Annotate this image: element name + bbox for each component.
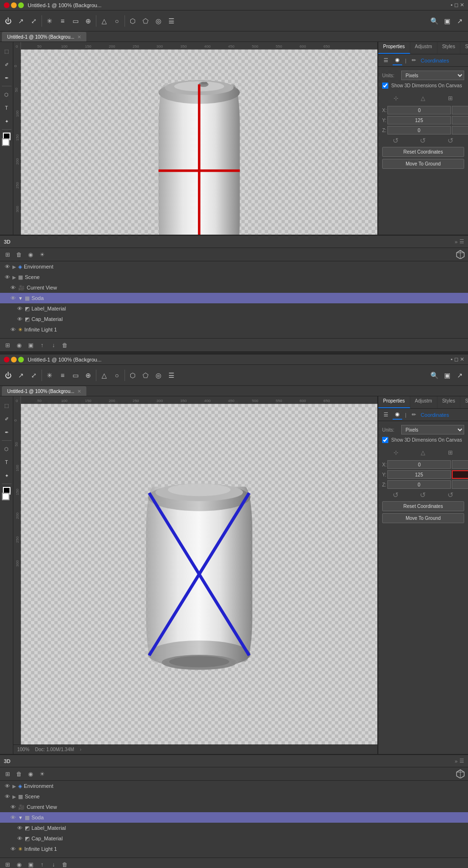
- bcolor-swatch-bg[interactable]: [2, 493, 10, 500]
- vtool-4[interactable]: ⬡: [0, 88, 13, 101]
- rotate-sym-1-bottom[interactable]: ↺: [393, 491, 399, 499]
- z-rot-top[interactable]: [452, 126, 468, 134]
- tab-styles-top[interactable]: Styles: [437, 42, 460, 54]
- bvtool-1[interactable]: ⬚: [0, 399, 13, 412]
- 3d-footer-1-bottom[interactable]: ⊞: [3, 860, 12, 868]
- btool-lines2[interactable]: ☰: [165, 369, 177, 382]
- 3d-tool-4-bottom[interactable]: ☀: [37, 769, 47, 779]
- y-pos-top[interactable]: [387, 116, 451, 124]
- z-pos-top[interactable]: [387, 126, 451, 134]
- tree-environment-bottom[interactable]: 👁 ▶ ◈ Environment: [0, 781, 468, 791]
- tab-shapes-top[interactable]: Shapes: [460, 42, 468, 54]
- btool-cross[interactable]: ⊕: [82, 369, 94, 382]
- rotate-sym-2-top[interactable]: ↺: [420, 136, 426, 145]
- tool-hex2[interactable]: ⬠: [139, 15, 152, 27]
- vtool-6[interactable]: ✦: [0, 115, 13, 127]
- bprops-icon-edit[interactable]: ✏: [409, 410, 419, 420]
- rotate-sym-3-top[interactable]: ↺: [447, 136, 454, 145]
- bottom-3d-expand[interactable]: »: [455, 758, 458, 764]
- tree-currentview-top[interactable]: 👁 🎥 Current View: [0, 282, 468, 293]
- reset-coords-btn-bottom[interactable]: Reset Coordinates: [382, 501, 464, 511]
- btool-hex2[interactable]: ⬠: [139, 369, 152, 382]
- show3d-checkbox-top[interactable]: [382, 83, 388, 89]
- btool-power[interactable]: ⏻: [2, 369, 14, 382]
- tool-lines[interactable]: ≡: [56, 15, 69, 27]
- tree-scene-top[interactable]: 👁 ▶ ▦ Scene: [0, 272, 468, 282]
- x-rot-top[interactable]: [452, 106, 468, 114]
- tool-hex1[interactable]: ⬡: [126, 15, 139, 27]
- minimize-btn-top[interactable]: [11, 2, 17, 8]
- tool-power[interactable]: ⏻: [2, 15, 14, 27]
- y-rot-top[interactable]: [452, 116, 468, 124]
- maximize-btn-bottom[interactable]: [18, 357, 24, 362]
- close-btn-top[interactable]: [4, 2, 10, 8]
- x-pos-top[interactable]: [387, 106, 451, 114]
- tree-cap-material-top[interactable]: 👁 ◩ Cap_Material: [0, 314, 468, 324]
- bvtool-3[interactable]: ✒: [0, 426, 13, 438]
- 3d-footer-4-top[interactable]: ↑: [37, 341, 47, 350]
- bottom-status-arrow[interactable]: ›: [80, 747, 81, 752]
- tab-properties-bottom[interactable]: Properties: [378, 396, 410, 408]
- bprops-icon-channels[interactable]: ◉: [393, 410, 402, 420]
- tool-lines2[interactable]: ☰: [165, 15, 177, 27]
- rotate-sym-2-bottom[interactable]: ↺: [420, 491, 426, 499]
- tree-light-top[interactable]: 👁 ✳ Infinite Light 1: [0, 324, 468, 335]
- bottom-canvas[interactable]: [21, 404, 377, 744]
- doc-tab-bottom[interactable]: Untitled-1 @ 100% (Backgrou... ✕: [2, 386, 86, 396]
- 3d-footer-6-bottom[interactable]: 🗑: [60, 860, 70, 868]
- 3d-footer-1-top[interactable]: ⊞: [3, 341, 12, 350]
- 3d-tool-4-top[interactable]: ☀: [37, 250, 47, 259]
- z-rot-bottom[interactable]: [452, 480, 468, 489]
- tree-environment-top[interactable]: 👁 ▶ ◈ Environment: [0, 261, 468, 272]
- vtool-1[interactable]: ⬚: [0, 45, 13, 57]
- tool-select[interactable]: ↗: [15, 15, 27, 27]
- btool-share[interactable]: ↗: [454, 369, 466, 382]
- btool-circle1[interactable]: ○: [111, 369, 123, 382]
- tree-soda-bottom[interactable]: 👁 ▼ ▦ Soda: [0, 812, 468, 823]
- props-icon-layers[interactable]: ☰: [381, 56, 391, 65]
- 3d-tool-2-top[interactable]: 🗑: [14, 250, 24, 259]
- btool-transform[interactable]: ⤢: [28, 369, 40, 382]
- units-select-top[interactable]: Pixels Inches Centimeters: [401, 71, 464, 80]
- tool-triangle[interactable]: △: [98, 15, 110, 27]
- tool-view[interactable]: ▣: [441, 15, 453, 27]
- vtool-5[interactable]: T: [0, 102, 13, 114]
- close-btn-bottom[interactable]: [4, 357, 10, 362]
- props-icon-edit[interactable]: ✏: [409, 56, 419, 65]
- 3d-footer-2-top[interactable]: ◉: [14, 341, 24, 350]
- props-icon-channels[interactable]: ◉: [393, 56, 402, 65]
- tree-cap-material-bottom[interactable]: 👁 ◩ Cap_Material: [0, 833, 468, 844]
- doc-tab-top[interactable]: Untitled-1 @ 100% (Backgrou... ✕: [2, 32, 86, 41]
- btool-circle2[interactable]: ◎: [152, 369, 165, 382]
- rotate-sym-1-top[interactable]: ↺: [393, 136, 399, 145]
- tree-scene-bottom[interactable]: 👁 ▶ ▦ Scene: [0, 791, 468, 802]
- bvtool-2[interactable]: ✐: [0, 413, 13, 425]
- bvtool-6[interactable]: ✦: [0, 469, 13, 482]
- minimize-btn-bottom[interactable]: [11, 357, 17, 362]
- tool-share[interactable]: ↗: [454, 15, 466, 27]
- bottom-3d-menu[interactable]: ☰: [459, 758, 464, 764]
- x-rot-bottom[interactable]: [452, 460, 468, 469]
- vtool-3[interactable]: ✒: [0, 72, 13, 84]
- tab-shapes-bottom[interactable]: Shapes: [460, 396, 468, 408]
- tree-currentview-bottom[interactable]: 👁 🎥 Current View: [0, 802, 468, 812]
- btool-select[interactable]: ↗: [15, 369, 27, 382]
- x-pos-bottom[interactable]: [387, 460, 451, 469]
- tool-transform[interactable]: ⤢: [28, 15, 40, 27]
- tree-light-bottom[interactable]: 👁 ✳ Infinite Light 1: [0, 844, 468, 854]
- tab-adjustments-top[interactable]: Adjustm: [410, 42, 437, 54]
- btool-hex1[interactable]: ⬡: [126, 369, 139, 382]
- btool-lines[interactable]: ≡: [56, 369, 69, 382]
- doc-tab-bottom-close[interactable]: ✕: [77, 389, 81, 394]
- btool-asterisk[interactable]: ✳: [43, 369, 56, 382]
- reset-coords-btn-top[interactable]: Reset Coordinates: [382, 147, 464, 157]
- tool-cross[interactable]: ⊕: [82, 15, 94, 27]
- top-canvas[interactable]: [21, 50, 377, 235]
- top-3d-menu[interactable]: ☰: [459, 238, 464, 245]
- vtool-2[interactable]: ✐: [0, 58, 13, 71]
- tree-label-material-bottom[interactable]: 👁 ◩ Label_Material: [0, 823, 468, 833]
- btool-search[interactable]: 🔍: [428, 369, 440, 382]
- 3d-tool-1-bottom[interactable]: ⊞: [3, 769, 12, 779]
- 3d-tool-3-top[interactable]: ◉: [26, 250, 35, 259]
- btool-rect[interactable]: ▭: [69, 369, 82, 382]
